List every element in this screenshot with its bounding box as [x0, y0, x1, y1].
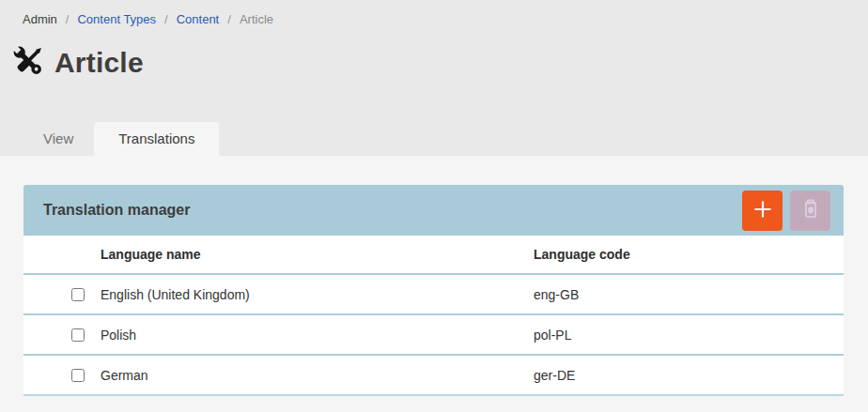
- translation-manager-panel: Translation manager Language name: [23, 185, 844, 396]
- delete-translation-button[interactable]: [790, 191, 830, 231]
- language-name: German: [101, 368, 534, 383]
- plus-icon: [752, 198, 774, 223]
- breadcrumb-content-types-link[interactable]: Content Types: [77, 12, 156, 26]
- row-checkbox[interactable]: [71, 328, 85, 342]
- breadcrumb-separator: /: [227, 12, 231, 26]
- breadcrumb-separator: /: [66, 12, 70, 26]
- panel-header: Translation manager: [23, 185, 844, 236]
- table-header-row: Language name Language code: [23, 236, 844, 273]
- translations-table: Language name Language code English (Uni…: [23, 236, 844, 396]
- breadcrumb-content-link[interactable]: Content: [177, 12, 220, 26]
- column-header-language-code: Language code: [534, 247, 844, 262]
- breadcrumb: Admin / Content Types / Content / Articl…: [0, 0, 868, 26]
- language-code: pol-PL: [534, 328, 844, 343]
- tab-view[interactable]: View: [23, 122, 94, 156]
- page-title: Article: [54, 47, 144, 79]
- trash-icon: [798, 197, 823, 224]
- language-name: English (United Kingdom): [101, 287, 534, 302]
- row-checkbox[interactable]: [71, 288, 85, 301]
- tab-translations[interactable]: Translations: [94, 122, 219, 156]
- title-row: Article: [8, 41, 868, 84]
- table-row-eng-gb: English (United Kingdom) eng-GB: [23, 273, 844, 313]
- language-code: eng-GB: [534, 287, 844, 302]
- language-code: ger-DE: [534, 368, 844, 383]
- panel-title: Translation manager: [43, 202, 735, 219]
- table-row-ger-de: German ger-DE: [23, 354, 844, 394]
- add-translation-button[interactable]: [742, 191, 783, 231]
- page-header: Admin / Content Types / Content / Articl…: [0, 0, 868, 156]
- tab-bar: View Translations: [23, 122, 219, 156]
- row-checkbox[interactable]: [71, 369, 85, 382]
- tools-icon: [8, 41, 48, 84]
- breadcrumb-separator: /: [164, 12, 168, 26]
- breadcrumb-current-article: Article: [240, 12, 273, 26]
- language-name: Polish: [101, 328, 534, 343]
- breadcrumb-admin: Admin: [23, 12, 57, 26]
- table-row-pol-pl: Polish pol-PL: [23, 313, 844, 354]
- column-header-language-name: Language name: [101, 247, 534, 262]
